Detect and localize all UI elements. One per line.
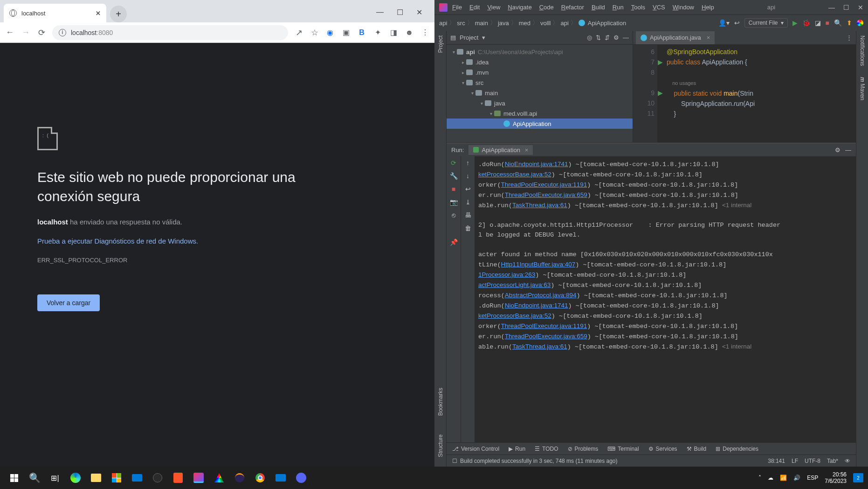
tool-tab-structure[interactable]: Structure	[437, 434, 444, 457]
tree-root[interactable]: ▾apiC:\Users\leona\IdeaProjects\api	[447, 47, 633, 57]
menu-file[interactable]: File	[452, 4, 462, 11]
tree-item[interactable]: ▸.mvn	[447, 67, 633, 77]
breadcrumb-item[interactable]: api	[439, 20, 447, 27]
tree-item[interactable]: ▾med.volll.api	[447, 108, 633, 119]
tree-item[interactable]: ▾src	[447, 77, 633, 88]
gear-icon[interactable]: ⚙	[835, 147, 840, 154]
run-tab-active[interactable]: ApiApplication ×	[468, 145, 533, 155]
tool-tab-maven[interactable]: m Maven	[859, 77, 866, 100]
chrome-new-tab-button[interactable]: +	[110, 6, 127, 22]
bottom-tab-run[interactable]: ▶Run	[509, 446, 525, 452]
maximize-icon[interactable]: ☐	[843, 4, 849, 11]
pin-icon[interactable]: 📌	[450, 238, 458, 246]
taskbar-chrome-icon[interactable]	[251, 468, 269, 487]
taskbar-mail-icon[interactable]	[128, 468, 146, 487]
breadcrumb-item[interactable]: java	[498, 20, 509, 27]
reload-icon[interactable]: ⟳	[36, 28, 47, 38]
share-icon[interactable]: ↗	[294, 28, 304, 38]
bottom-tab-dependencies[interactable]: ⊞Dependencies	[716, 446, 758, 452]
tool-tab-notifications[interactable]: Notifications	[859, 35, 866, 66]
breadcrumb-item[interactable]: main	[475, 20, 488, 27]
print-icon[interactable]: 🖶	[465, 211, 471, 219]
taskbar-intellij-icon[interactable]	[189, 468, 208, 487]
breadcrumb-item[interactable]: ApiApplication	[588, 20, 626, 27]
menu-code[interactable]: Code	[539, 4, 554, 11]
breadcrumb-item[interactable]: med	[519, 20, 530, 27]
close-icon[interactable]: ×	[525, 147, 529, 154]
collapse-icon[interactable]: ⇵	[605, 34, 610, 41]
tray-chevron-icon[interactable]: ˄	[758, 475, 761, 481]
minimize-icon[interactable]: —	[376, 8, 384, 17]
taskbar-app-icon[interactable]	[271, 468, 290, 487]
extension-icon[interactable]: B	[357, 28, 366, 37]
tree-item[interactable]: ▸.idea	[447, 57, 633, 67]
breadcrumb-item[interactable]: src	[457, 20, 465, 27]
ide-breadcrumb[interactable]: api〉src〉main〉java〉med〉volll〉api〉ApiAppli…	[439, 19, 626, 27]
tray-wifi-icon[interactable]: 📶	[780, 475, 787, 481]
stop-icon[interactable]: ■	[826, 19, 829, 27]
scroll-icon[interactable]: ⤓	[465, 198, 471, 206]
close-icon[interactable]: ✕	[96, 10, 101, 17]
stop-icon[interactable]: ■	[452, 185, 455, 193]
search-icon[interactable]: 🔍	[834, 19, 842, 27]
editor-tab-active[interactable]: ApiApplication.java ×	[636, 31, 715, 44]
reader-mode-icon[interactable]: 👁	[845, 458, 850, 464]
tray-clock[interactable]: 20:56 7/6/2023	[825, 471, 847, 484]
down-icon[interactable]: ↓	[466, 172, 469, 180]
hide-icon[interactable]: —	[623, 34, 629, 41]
wrap-icon[interactable]: ↩	[465, 185, 471, 193]
taskbar-search-icon[interactable]: 🔍	[25, 468, 44, 487]
bottom-tab-terminal[interactable]: ⌨Terminal	[607, 446, 639, 452]
taskbar-app-icon[interactable]	[210, 468, 228, 487]
exit-icon[interactable]: ⎋	[452, 211, 455, 219]
taskbar-explorer-icon[interactable]	[87, 468, 105, 487]
menu-window[interactable]: Window	[673, 4, 694, 11]
coverage-icon[interactable]: ◪	[815, 19, 821, 27]
extensions-puzzle-icon[interactable]: ✦	[373, 28, 382, 37]
minimize-icon[interactable]: —	[828, 4, 835, 11]
project-label[interactable]: Project	[460, 34, 478, 41]
bookmark-icon[interactable]: ☆	[310, 28, 320, 38]
profile-icon[interactable]: ☻	[405, 28, 414, 37]
status-line-sep[interactable]: LF	[792, 458, 798, 464]
status-encoding[interactable]: UTF-8	[805, 458, 820, 464]
taskbar-store-icon[interactable]	[107, 468, 126, 487]
task-view-icon[interactable]: ⊞|	[46, 468, 64, 487]
project-view-icon[interactable]: ▤	[450, 34, 456, 41]
reload-button[interactable]: Volver a cargar	[37, 294, 100, 311]
site-info-icon[interactable]: i	[59, 29, 66, 36]
breadcrumb-item[interactable]: api	[560, 20, 568, 27]
target-icon[interactable]: ◎	[587, 34, 592, 41]
tray-notifications-icon[interactable]: 2	[853, 473, 863, 482]
tool-tab-project[interactable]: Project	[437, 35, 444, 53]
tree-item[interactable]: ApiApplication	[447, 119, 633, 129]
bottom-tab-problems[interactable]: ⊘Problems	[568, 446, 599, 452]
start-button[interactable]	[5, 468, 23, 487]
menu-tools[interactable]: Tools	[631, 4, 645, 11]
code-with-me-icon[interactable]	[857, 20, 863, 26]
status-caret-pos[interactable]: 38:141	[768, 458, 785, 464]
diagnostics-link[interactable]: Prueba a ejecutar Diagnósticos de red de…	[37, 237, 198, 245]
editor-menu-icon[interactable]: ⋮	[846, 34, 852, 41]
tree-item[interactable]: ▾main	[447, 88, 633, 98]
menu-navigate[interactable]: Navigate	[508, 4, 531, 11]
tool-tab-bookmarks[interactable]: Bookmarks	[437, 388, 444, 416]
bottom-tab-todo[interactable]: ☰TODO	[535, 446, 558, 452]
extension-icon[interactable]: ◉	[325, 28, 335, 37]
taskbar-discord-icon[interactable]	[292, 468, 310, 487]
camera-icon[interactable]: 📷	[450, 198, 458, 206]
dropdown-icon[interactable]: ▾	[482, 34, 485, 41]
user-icon[interactable]: 👤▾	[718, 19, 730, 27]
up-icon[interactable]: ↑	[466, 159, 469, 167]
bottom-tab-services[interactable]: ⚙Services	[648, 446, 677, 452]
console-output[interactable]: .doRun(NioEndpoint.java:1741) ~[tomcat-e…	[475, 156, 856, 442]
back-nav-icon[interactable]: ↩	[734, 19, 740, 27]
maximize-icon[interactable]: ☐	[397, 8, 403, 17]
taskbar-eclipse-icon[interactable]	[230, 468, 249, 487]
rerun-icon[interactable]: ⟳	[451, 159, 456, 167]
menu-edit[interactable]: Edit	[469, 4, 480, 11]
tray-onedrive-icon[interactable]: ☁	[768, 475, 773, 481]
run-config-dropdown[interactable]: Current File▾	[744, 18, 788, 28]
run-icon[interactable]: ▶	[792, 19, 798, 27]
tray-language[interactable]: ESP	[807, 475, 818, 481]
